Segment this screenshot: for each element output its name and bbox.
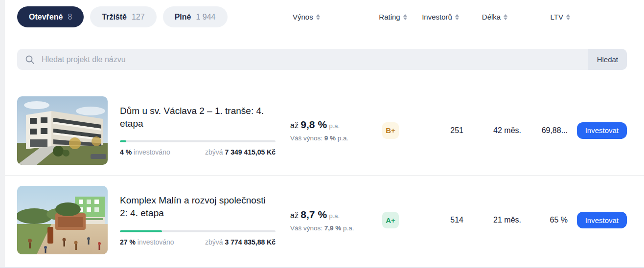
sort-header-yield-label: Výnos: [293, 13, 313, 21]
progress-bar: [120, 230, 276, 232]
content-area: Otevřené 8 Tržiště 127 Plné 1 944 Výnos: [5, 0, 644, 268]
tab-open-label: Otevřené: [29, 13, 63, 22]
yield-pa: p.a.: [329, 212, 340, 220]
tab-marketplace-count: 127: [132, 13, 145, 22]
invested-value: 27 %: [120, 238, 136, 246]
project-row[interactable]: Komplex Malín a rozvoj společnosti 2: 4.…: [5, 175, 644, 265]
ltv-value: 65 %: [521, 216, 568, 224]
yield-prefix: až: [290, 211, 299, 220]
sort-arrows-icon: [403, 14, 407, 20]
yield-column: až 8,7 % p.a. Váš výnos: 7,9 % p.a.: [290, 209, 368, 232]
page-left-margin: [0, 0, 5, 268]
sort-header-yield[interactable]: Výnos: [293, 13, 371, 21]
sort-header-ltv[interactable]: LTV: [524, 13, 570, 21]
sort-header-length[interactable]: Délka: [466, 13, 524, 21]
tab-marketplace[interactable]: Tržiště 127: [90, 6, 156, 27]
your-yield: Váš výnos: 7,9 % p.a.: [290, 224, 368, 232]
yield-pa: p.a.: [329, 122, 340, 130]
top-bar: Otevřené 8 Tržiště 127 Plné 1 944 Výnos: [5, 0, 644, 34]
your-yield-pa: p.a.: [338, 134, 349, 142]
sort-header-investors-label: Investorů: [422, 13, 452, 21]
invested-label: 27 % investováno: [120, 238, 174, 246]
ltv-value: 69,88...: [521, 126, 568, 135]
your-yield-label: Váš výnos:: [290, 134, 322, 142]
yield-prefix: až: [290, 121, 299, 130]
sort-arrows-icon: [566, 14, 570, 20]
progress-bar-fill: [120, 230, 162, 232]
projects-page: Otevřené 8 Tržiště 127 Plné 1 944 Výnos: [0, 0, 644, 268]
your-yield-label: Váš výnos:: [290, 224, 322, 232]
sort-header-rating[interactable]: Rating: [371, 13, 415, 21]
tab-open[interactable]: Otevřené 8: [17, 6, 84, 27]
sort-header-row: Výnos Rating Investorů Délka LTV: [278, 13, 627, 21]
remaining-word: zbývá: [205, 148, 223, 156]
project-list: Dům u sv. Václava 2 – 1. tranše: 4. etap…: [5, 86, 644, 265]
remaining-word: zbývá: [205, 238, 223, 246]
project-thumbnail-plaza-render: [17, 186, 108, 254]
tab-full-count: 1 944: [196, 13, 215, 22]
invested-word: investováno: [134, 148, 170, 156]
rating-column: B+: [368, 122, 413, 139]
project-title[interactable]: Komplex Malín a rozvoj společnosti 2: 4.…: [120, 194, 267, 219]
your-yield-value: 7,9 %: [324, 224, 342, 232]
search-button[interactable]: Hledat: [588, 49, 627, 70]
sort-arrows-icon: [504, 14, 507, 20]
remaining-label: zbývá 3 774 835,88 Kč: [205, 238, 276, 246]
progress-labels: 27 % investováno zbývá 3 774 835,88 Kč: [120, 238, 276, 246]
yield-column: až 9,8 % p.a. Váš výnos: 9 % p.a.: [290, 119, 368, 142]
project-info: Komplex Malín a rozvoj společnosti 2: 4.…: [120, 194, 276, 246]
cta-column: Investovat: [577, 212, 627, 228]
progress-bar-fill: [120, 140, 126, 142]
length-value: 42 měs.: [463, 126, 521, 135]
sort-header-ltv-label: LTV: [551, 13, 563, 21]
remaining-value: 3 774 835,88 Kč: [225, 238, 276, 246]
your-yield-value: 9 %: [324, 134, 336, 142]
yield-max: až 9,8 % p.a.: [290, 119, 368, 131]
project-title[interactable]: Dům u sv. Václava 2 – 1. tranše: 4. etap…: [120, 105, 267, 130]
yield-value: 8,7 %: [300, 209, 327, 220]
rating-badge: B+: [382, 122, 399, 139]
length-value: 21 měs.: [463, 216, 521, 224]
search-input[interactable]: [42, 55, 588, 64]
remaining-value: 7 349 415,05 Kč: [225, 148, 276, 156]
invested-word: investováno: [138, 238, 174, 246]
tab-full[interactable]: Plné 1 944: [163, 6, 228, 27]
yield-max: až 8,7 % p.a.: [290, 209, 368, 221]
invested-value: 4 %: [120, 148, 132, 156]
sort-arrows-icon: [316, 14, 320, 20]
remaining-label: zbývá 7 349 415,05 Kč: [205, 148, 276, 156]
progress-bar: [120, 140, 276, 142]
invest-button[interactable]: Investovat: [577, 122, 627, 139]
invested-label: 4 % investováno: [120, 148, 170, 156]
your-yield-pa: p.a.: [343, 224, 354, 232]
project-row[interactable]: Dům u sv. Václava 2 – 1. tranše: 4. etap…: [5, 86, 644, 175]
project-thumbnail-building-render: [17, 96, 108, 165]
investors-count: 251: [413, 126, 463, 135]
cta-column: Investovat: [577, 122, 627, 139]
sort-header-length-label: Délka: [482, 13, 501, 21]
search-bar: Hledat: [17, 49, 627, 70]
yield-value: 9,8 %: [300, 119, 327, 130]
invest-button[interactable]: Investovat: [577, 212, 627, 228]
progress-labels: 4 % investováno zbývá 7 349 415,05 Kč: [120, 148, 276, 156]
tab-open-count: 8: [68, 13, 72, 22]
investors-count: 514: [413, 216, 463, 224]
sort-arrows-icon: [455, 14, 459, 20]
sort-header-rating-label: Rating: [379, 13, 400, 21]
tab-marketplace-label: Tržiště: [102, 13, 127, 22]
tab-full-label: Plné: [175, 13, 191, 22]
your-yield: Váš výnos: 9 % p.a.: [290, 134, 368, 142]
project-tabs: Otevřené 8 Tržiště 127 Plné 1 944: [17, 6, 278, 27]
rating-badge: A+: [382, 212, 399, 228]
rating-column: A+: [368, 212, 413, 228]
project-info: Dům u sv. Václava 2 – 1. tranše: 4. etap…: [120, 105, 276, 156]
search-icon: [25, 55, 35, 65]
sort-header-investors[interactable]: Investorů: [415, 13, 466, 21]
